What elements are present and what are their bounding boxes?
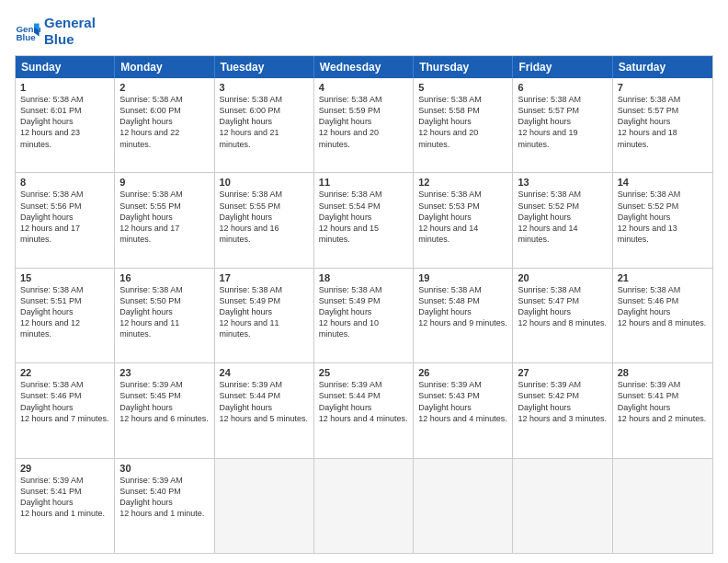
cell-info: Sunrise: 5:39 AMSunset: 5:44 PMDaylight …: [220, 380, 309, 422]
calendar: SundayMondayTuesdayWednesdayThursdayFrid…: [15, 55, 713, 554]
header-day-monday: Monday: [115, 56, 214, 78]
calendar-cell: [513, 459, 612, 553]
calendar-cell: [314, 459, 414, 553]
day-number: 15: [20, 272, 109, 283]
calendar-cell: 21 Sunrise: 5:38 AMSunset: 5:46 PMDaylig…: [613, 269, 712, 362]
header-day-wednesday: Wednesday: [314, 56, 414, 78]
day-number: 20: [518, 272, 607, 283]
calendar-cell: 4 Sunrise: 5:38 AMSunset: 5:59 PMDayligh…: [314, 78, 414, 172]
logo-general: General: [44, 15, 96, 31]
cell-info: Sunrise: 5:38 AMSunset: 5:52 PMDaylight …: [618, 190, 681, 244]
calendar-row-0: 1 Sunrise: 5:38 AMSunset: 6:01 PMDayligh…: [16, 78, 712, 172]
calendar-cell: 12 Sunrise: 5:38 AMSunset: 5:53 PMDaylig…: [414, 173, 513, 267]
cell-info: Sunrise: 5:38 AMSunset: 5:54 PMDaylight …: [319, 190, 382, 244]
cell-info: Sunrise: 5:38 AMSunset: 5:53 PMDaylight …: [418, 190, 482, 244]
cell-info: Sunrise: 5:38 AMSunset: 5:57 PMDaylight …: [618, 95, 681, 149]
calendar-cell: 22 Sunrise: 5:38 AMSunset: 5:46 PMDaylig…: [16, 363, 115, 457]
calendar-header: SundayMondayTuesdayWednesdayThursdayFrid…: [16, 56, 712, 78]
cell-info: Sunrise: 5:38 AMSunset: 5:56 PMDaylight …: [20, 190, 84, 244]
calendar-cell: 26 Sunrise: 5:39 AMSunset: 5:43 PMDaylig…: [414, 363, 513, 457]
calendar-cell: 16 Sunrise: 5:38 AMSunset: 5:50 PMDaylig…: [115, 269, 214, 362]
calendar-cell: [215, 459, 314, 553]
day-number: 7: [618, 82, 708, 93]
day-number: 14: [618, 177, 708, 188]
day-number: 5: [418, 82, 507, 93]
cell-info: Sunrise: 5:38 AMSunset: 5:59 PMDaylight …: [319, 95, 382, 149]
cell-info: Sunrise: 5:38 AMSunset: 5:51 PMDaylight …: [20, 285, 84, 339]
calendar-cell: 17 Sunrise: 5:38 AMSunset: 5:49 PMDaylig…: [215, 269, 314, 362]
page-header: General Blue General Blue: [15, 15, 713, 48]
day-number: 10: [220, 177, 309, 188]
header-day-thursday: Thursday: [414, 56, 513, 78]
day-number: 18: [319, 272, 408, 283]
calendar-cell: 6 Sunrise: 5:38 AMSunset: 5:57 PMDayligh…: [513, 78, 612, 172]
day-number: 9: [119, 177, 209, 188]
calendar-cell: 13 Sunrise: 5:38 AMSunset: 5:52 PMDaylig…: [513, 173, 612, 267]
calendar-cell: 7 Sunrise: 5:38 AMSunset: 5:57 PMDayligh…: [613, 78, 712, 172]
calendar-cell: 11 Sunrise: 5:38 AMSunset: 5:54 PMDaylig…: [314, 173, 414, 267]
day-number: 3: [220, 82, 309, 93]
calendar-cell: 25 Sunrise: 5:39 AMSunset: 5:44 PMDaylig…: [314, 363, 414, 457]
day-number: 6: [518, 82, 607, 93]
cell-info: Sunrise: 5:38 AMSunset: 5:46 PMDaylight …: [20, 380, 109, 422]
calendar-cell: 18 Sunrise: 5:38 AMSunset: 5:49 PMDaylig…: [314, 269, 414, 362]
day-number: 27: [518, 367, 607, 378]
calendar-cell: 1 Sunrise: 5:38 AMSunset: 6:01 PMDayligh…: [16, 78, 115, 172]
logo-icon: General Blue: [15, 18, 40, 44]
day-number: 24: [220, 367, 309, 378]
cell-info: Sunrise: 5:39 AMSunset: 5:41 PMDaylight …: [618, 380, 707, 422]
calendar-cell: 27 Sunrise: 5:39 AMSunset: 5:42 PMDaylig…: [513, 363, 612, 457]
day-number: 25: [319, 367, 408, 378]
calendar-cell: 23 Sunrise: 5:39 AMSunset: 5:45 PMDaylig…: [115, 363, 214, 457]
cell-info: Sunrise: 5:38 AMSunset: 6:00 PMDaylight …: [119, 95, 183, 149]
day-number: 4: [319, 82, 408, 93]
calendar-cell: 2 Sunrise: 5:38 AMSunset: 6:00 PMDayligh…: [115, 78, 214, 172]
day-number: 11: [319, 177, 408, 188]
calendar-cell: 29 Sunrise: 5:39 AMSunset: 5:41 PMDaylig…: [16, 459, 115, 553]
calendar-cell: 8 Sunrise: 5:38 AMSunset: 5:56 PMDayligh…: [16, 173, 115, 267]
calendar-cell: 19 Sunrise: 5:38 AMSunset: 5:48 PMDaylig…: [414, 269, 513, 362]
cell-info: Sunrise: 5:38 AMSunset: 5:48 PMDaylight …: [418, 285, 507, 327]
day-number: 16: [119, 272, 209, 283]
cell-info: Sunrise: 5:38 AMSunset: 6:00 PMDaylight …: [220, 95, 283, 149]
cell-info: Sunrise: 5:38 AMSunset: 6:01 PMDaylight …: [20, 95, 84, 149]
cell-info: Sunrise: 5:38 AMSunset: 5:50 PMDaylight …: [119, 285, 183, 339]
logo-blue: Blue: [44, 31, 96, 48]
day-number: 8: [20, 177, 109, 188]
day-number: 26: [418, 367, 507, 378]
day-number: 28: [618, 367, 708, 378]
day-number: 30: [119, 463, 209, 474]
calendar-cell: 14 Sunrise: 5:38 AMSunset: 5:52 PMDaylig…: [613, 173, 712, 267]
cell-info: Sunrise: 5:39 AMSunset: 5:40 PMDaylight …: [119, 476, 204, 518]
cell-info: Sunrise: 5:38 AMSunset: 5:58 PMDaylight …: [418, 95, 482, 149]
cell-info: Sunrise: 5:38 AMSunset: 5:49 PMDaylight …: [220, 285, 283, 339]
day-number: 2: [119, 82, 209, 93]
day-number: 29: [20, 463, 109, 474]
cell-info: Sunrise: 5:39 AMSunset: 5:41 PMDaylight …: [20, 476, 105, 518]
header-day-friday: Friday: [513, 56, 612, 78]
cell-info: Sunrise: 5:39 AMSunset: 5:42 PMDaylight …: [518, 380, 607, 422]
cell-info: Sunrise: 5:38 AMSunset: 5:47 PMDaylight …: [518, 285, 607, 327]
calendar-row-2: 15 Sunrise: 5:38 AMSunset: 5:51 PMDaylig…: [16, 268, 712, 362]
calendar-body: 1 Sunrise: 5:38 AMSunset: 6:01 PMDayligh…: [16, 78, 712, 553]
calendar-cell: 3 Sunrise: 5:38 AMSunset: 6:00 PMDayligh…: [215, 78, 314, 172]
calendar-cell: 24 Sunrise: 5:39 AMSunset: 5:44 PMDaylig…: [215, 363, 314, 457]
day-number: 12: [418, 177, 507, 188]
cell-info: Sunrise: 5:38 AMSunset: 5:52 PMDaylight …: [518, 190, 581, 244]
day-number: 19: [418, 272, 507, 283]
header-day-tuesday: Tuesday: [215, 56, 314, 78]
day-number: 23: [119, 367, 209, 378]
calendar-cell: 10 Sunrise: 5:38 AMSunset: 5:55 PMDaylig…: [215, 173, 314, 267]
svg-text:Blue: Blue: [16, 32, 36, 42]
calendar-cell: 15 Sunrise: 5:38 AMSunset: 5:51 PMDaylig…: [16, 269, 115, 362]
cell-info: Sunrise: 5:39 AMSunset: 5:44 PMDaylight …: [319, 380, 408, 422]
calendar-row-1: 8 Sunrise: 5:38 AMSunset: 5:56 PMDayligh…: [16, 172, 712, 267]
day-number: 13: [518, 177, 607, 188]
header-day-saturday: Saturday: [613, 56, 712, 78]
calendar-cell: [613, 459, 712, 553]
day-number: 21: [618, 272, 708, 283]
cell-info: Sunrise: 5:39 AMSunset: 5:43 PMDaylight …: [418, 380, 507, 422]
calendar-cell: [414, 459, 513, 553]
cell-info: Sunrise: 5:38 AMSunset: 5:57 PMDaylight …: [518, 95, 581, 149]
cell-info: Sunrise: 5:38 AMSunset: 5:46 PMDaylight …: [618, 285, 707, 327]
